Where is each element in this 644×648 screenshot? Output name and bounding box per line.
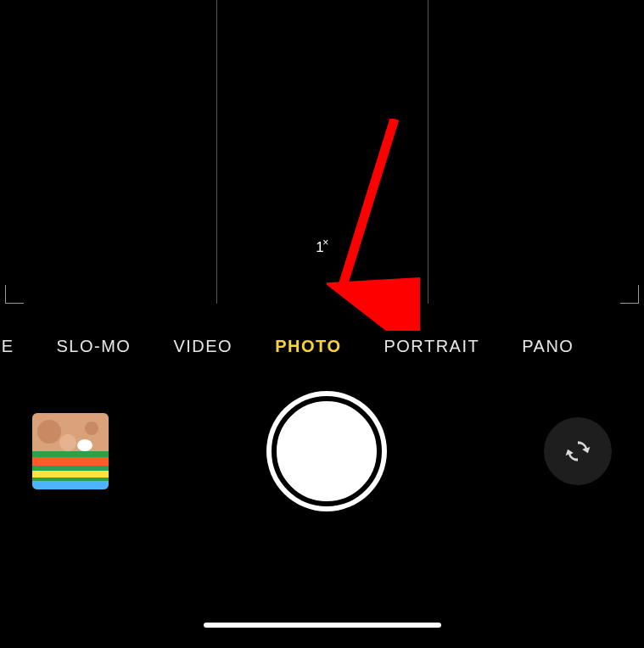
shutter-button[interactable] <box>272 396 382 506</box>
zoom-level-button[interactable]: 1× <box>316 237 328 256</box>
grid-line <box>216 0 217 304</box>
svg-point-7 <box>59 434 76 451</box>
svg-rect-4 <box>32 471 109 478</box>
mode-portrait[interactable]: PORTRAIT <box>362 337 501 356</box>
camera-mode-selector[interactable]: PSE SLO-MO VIDEO PHOTO PORTRAIT PANO <box>0 337 644 356</box>
svg-point-9 <box>85 422 98 435</box>
frame-corner <box>5 285 24 304</box>
svg-point-6 <box>37 420 61 444</box>
zoom-suffix: × <box>322 237 328 249</box>
viewfinder[interactable]: 1× <box>5 0 639 304</box>
grid-line <box>428 0 428 304</box>
frame-corner <box>620 285 639 304</box>
svg-point-8 <box>77 439 92 451</box>
mode-timelapse[interactable]: PSE <box>0 337 36 356</box>
last-photo-thumbnail[interactable] <box>32 413 109 489</box>
flip-camera-button[interactable] <box>544 417 612 485</box>
mode-slomo[interactable]: SLO-MO <box>36 337 153 356</box>
flip-camera-icon <box>561 434 595 468</box>
thumbnail-image-icon <box>32 413 109 489</box>
mode-pano[interactable]: PANO <box>501 337 595 356</box>
mode-video[interactable]: VIDEO <box>152 337 254 356</box>
mode-photo[interactable]: PHOTO <box>254 337 362 356</box>
svg-rect-5 <box>32 481 109 489</box>
camera-controls <box>0 392 644 511</box>
home-indicator[interactable] <box>204 623 441 628</box>
svg-rect-3 <box>32 457 109 466</box>
